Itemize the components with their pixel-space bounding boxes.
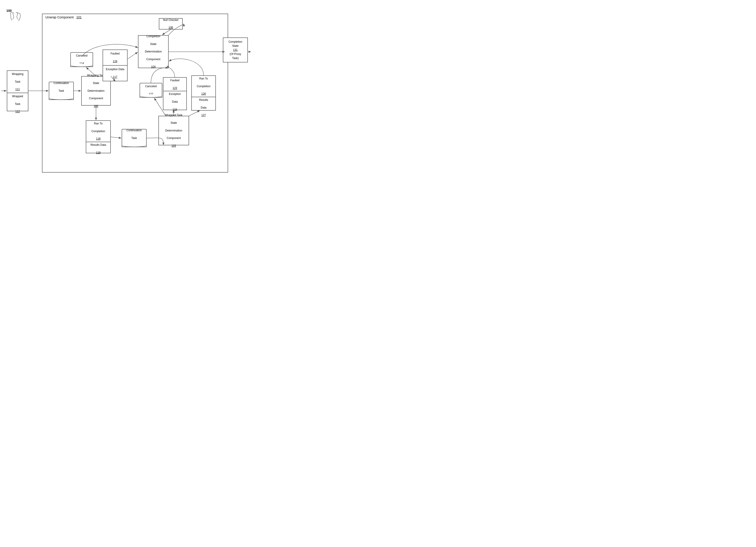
ran-completion-118-results-119: Ran To Completion 118 Results Data 119 <box>86 120 111 153</box>
diagram-container: 100 Unwrap Component 101 Wrapping Task 1… <box>0 0 252 182</box>
wrapped-task-state-103: Wrapped Task State Determination Compone… <box>158 116 189 145</box>
null-checker-106: Null Checker 106 <box>159 18 183 30</box>
completion-state-131: Completion State 131 (Of Proxy Task) <box>223 37 248 62</box>
continuation-task-113: Continuation Task 113 <box>49 82 74 100</box>
faulted-116-exception-117: Faulted 116 Exception Data 117 <box>103 49 128 81</box>
curly-arrow-100 <box>9 11 23 23</box>
canceled-122: Canceled 122 <box>140 83 162 98</box>
completion-state-104: Completion State Determination Component… <box>138 35 169 68</box>
task-input-doc: Wrapping Task 111 Wrapped Task 112 <box>7 70 28 111</box>
canceled-114: Canceled 114 <box>70 52 93 67</box>
ran-completion-126-results-127: Ran To Completion 126 Results Data 127 <box>191 75 216 111</box>
continuation-task-121: Continuation Task 121 <box>122 129 147 147</box>
faulted-123-exception-124: Faulted 123 Exception Data 124 <box>163 77 187 110</box>
unwrap-component-label: Unwrap Component 101 <box>45 15 82 19</box>
